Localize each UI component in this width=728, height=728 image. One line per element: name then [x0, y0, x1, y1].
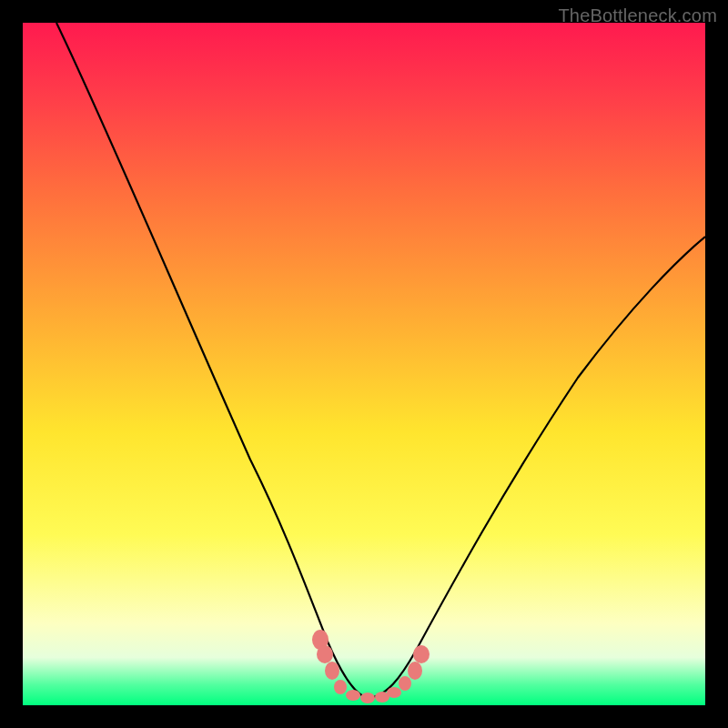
bottom-markers-group — [312, 630, 430, 703]
chart-frame: TheBottleneck.com — [0, 0, 728, 728]
marker-dot — [317, 645, 333, 663]
curve-overlay — [23, 23, 705, 705]
right-curve — [369, 237, 705, 698]
left-curve — [56, 23, 369, 698]
marker-dot — [399, 676, 411, 691]
watermark-text: TheBottleneck.com — [558, 5, 717, 26]
marker-dot — [360, 693, 375, 703]
marker-dot — [413, 645, 430, 663]
marker-dot — [387, 687, 401, 698]
marker-dot — [334, 680, 347, 694]
marker-dot — [408, 662, 422, 680]
plot-area — [23, 23, 705, 705]
marker-dot — [346, 690, 360, 701]
marker-dot — [325, 662, 339, 680]
